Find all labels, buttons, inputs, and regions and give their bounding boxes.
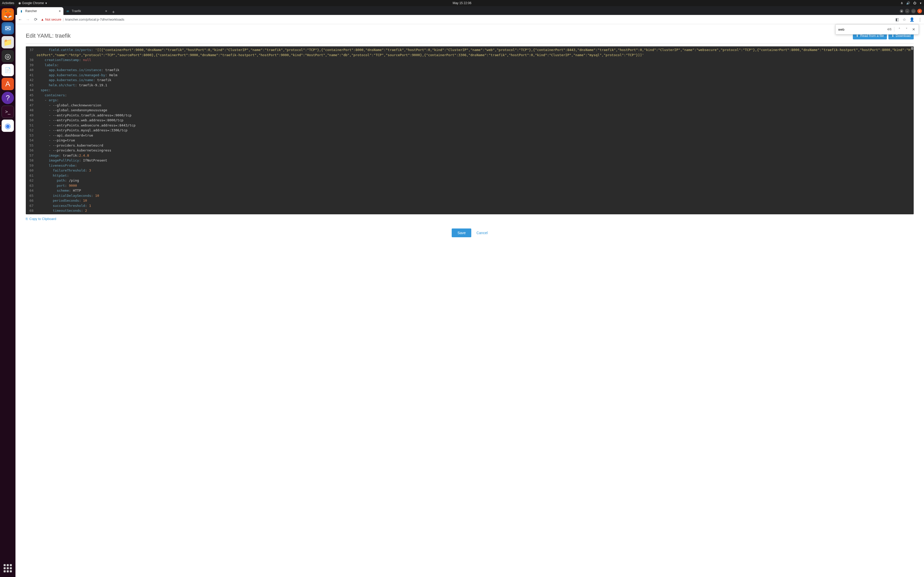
line-number: 40 — [28, 68, 37, 73]
code-line[interactable]: 48 - --global.sendanonymoususage — [28, 108, 911, 113]
code-line[interactable]: 62 path: /ping — [28, 178, 911, 183]
code-line[interactable]: 58 imagePullPolicy: IfNotPresent — [28, 158, 911, 163]
not-secure-badge[interactable]: ▲ Not secure — [41, 18, 61, 21]
back-button[interactable]: ← — [18, 17, 23, 22]
code-line[interactable]: 66 periodSeconds: 10 — [28, 198, 911, 203]
tab-traefik[interactable]: æ Traefik × — [63, 7, 110, 15]
cancel-button[interactable]: Cancel — [477, 231, 488, 235]
code-content: failureThreshold: 3 — [37, 168, 911, 173]
find-next-button[interactable]: ˅ — [904, 27, 909, 31]
code-line[interactable]: 49 - --entryPoints.traefik.address=:9000… — [28, 113, 911, 118]
line-number: 67 — [28, 203, 37, 208]
code-line[interactable]: 52 - --entryPoints.mysql.address=:3306/t… — [28, 128, 911, 133]
close-icon[interactable]: × — [105, 9, 107, 13]
dock-thunderbird[interactable]: ✉ — [2, 22, 14, 34]
menu-icon[interactable]: ⋮ — [918, 17, 922, 22]
code-line[interactable]: 46 - args: — [28, 98, 911, 103]
minimize-button[interactable]: – — [905, 9, 909, 13]
code-content: creationTimestamp: null — [37, 58, 911, 63]
dock-software[interactable]: A — [2, 78, 14, 90]
dock-files[interactable]: 📁 — [2, 36, 14, 48]
code-content: helm.sh/chart: traefik-9.19.1 — [37, 83, 911, 88]
code-line[interactable]: 61 httpGet: — [28, 173, 911, 178]
tab-rancher[interactable]: ▮ Rancher × — [17, 7, 63, 15]
find-close-button[interactable]: ✕ — [911, 27, 916, 31]
system-menubar: Activities ◉ Google Chrome ▼ May 15 22:0… — [0, 0, 924, 6]
dock-terminal[interactable]: >_ — [2, 106, 14, 118]
code-line[interactable]: 43 helm.sh/chart: traefik-9.19.1 — [28, 83, 911, 88]
editor-scrollbar[interactable] — [911, 47, 913, 50]
yaml-editor[interactable]: 37 field.cattle.io/ports: '[[{"container… — [26, 47, 914, 214]
code-content: initialDelaySeconds: 10 — [37, 193, 911, 198]
line-number: 56 — [28, 148, 37, 153]
code-line[interactable]: 44 spec: — [28, 88, 911, 93]
code-line[interactable]: 64 scheme: HTTP — [28, 188, 911, 193]
dock-writer[interactable]: 📄 — [2, 64, 14, 76]
code-content: - --entryPoints.websecure.address=:8443/… — [37, 123, 911, 128]
new-tab-button[interactable]: + — [110, 10, 117, 15]
clock[interactable]: May 15 22:06 — [453, 1, 472, 5]
code-content: - args: — [37, 98, 911, 103]
code-line[interactable]: 42 app.kubernetes.io/name: traefik — [28, 77, 911, 83]
line-number: 59 — [28, 163, 37, 168]
code-line[interactable]: 65 initialDelaySeconds: 10 — [28, 193, 911, 198]
code-line[interactable]: 40 app.kubernetes.io/instance: traefik — [28, 68, 911, 73]
chevron-down-icon: ▼ — [45, 2, 47, 5]
code-line[interactable]: 47 - --global.checknewversion — [28, 103, 911, 108]
code-content: path: /ping — [37, 178, 911, 183]
code-line[interactable]: 38 creationTimestamp: null — [28, 58, 911, 63]
extension-icon[interactable]: ◧ — [895, 17, 899, 22]
code-line[interactable]: 60 failureThreshold: 3 — [28, 168, 911, 173]
code-line[interactable]: 59 livenessProbe: — [28, 163, 911, 168]
dock-firefox[interactable]: 🦊 — [2, 8, 14, 21]
code-line[interactable]: 50 - --entryPoints.web.address=:8000/tcp — [28, 118, 911, 123]
copy-to-clipboard-link[interactable]: ⎘ Copy to Clipboard — [26, 217, 56, 221]
profile-icon[interactable]: 👤 — [909, 17, 914, 22]
close-icon[interactable]: × — [59, 9, 61, 13]
volume-icon[interactable]: 🔊 — [906, 1, 910, 5]
clipboard-icon: ⎘ — [26, 217, 28, 221]
reload-button[interactable]: ⟳ — [33, 17, 38, 22]
dock-help[interactable]: ? — [2, 92, 14, 104]
code-line[interactable]: 53 - --api.dashboard=true — [28, 133, 911, 138]
line-number: 49 — [28, 113, 37, 118]
code-content: labels: — [37, 63, 911, 68]
code-content: - --entryPoints.mysql.address=:3306/tcp — [37, 128, 911, 133]
url-input[interactable]: ▲ Not secure | krancher.com/p/local:p-7d… — [41, 18, 893, 21]
code-line[interactable]: 51 - --entryPoints.websecure.address=:84… — [28, 123, 911, 128]
maximize-button[interactable]: □ — [911, 9, 916, 13]
page-header: Edit YAML: traefik ⬆ Read from a file ⬇ … — [26, 32, 914, 39]
active-app-menu[interactable]: ◉ Google Chrome ▼ — [18, 1, 47, 5]
line-number: 46 — [28, 98, 37, 103]
code-line[interactable]: 55 - --providers.kubernetescrd — [28, 143, 911, 148]
code-line[interactable]: 37 field.cattle.io/ports: '[[{"container… — [28, 47, 911, 58]
code-line[interactable]: 39 labels: — [28, 63, 911, 68]
bookmark-icon[interactable]: ☆ — [903, 17, 906, 22]
code-content: - --global.checknewversion — [37, 103, 911, 108]
tab-strip: ▮ Rancher × æ Traefik × + ● – □ × — [16, 6, 924, 15]
dock-apps-grid[interactable] — [2, 562, 14, 574]
dock-chrome[interactable]: ◉ — [2, 119, 14, 132]
browser-window: ▮ Rancher × æ Traefik × + ● – □ × ← → ⟳ … — [16, 6, 924, 577]
code-line[interactable]: 54 - --ping=true — [28, 138, 911, 143]
code-line[interactable]: 63 port: 9000 — [28, 183, 911, 188]
code-line[interactable]: 57 image: traefik:2.4.8 — [28, 153, 911, 158]
line-number: 52 — [28, 128, 37, 133]
code-line[interactable]: 68 timeoutSeconds: 2 — [28, 208, 911, 213]
code-line[interactable]: 41 app.kubernetes.io/managed-by: Helm — [28, 73, 911, 78]
power-icon[interactable]: ⏻ — [913, 1, 916, 5]
find-input[interactable] — [838, 27, 885, 31]
chevron-down-icon[interactable]: ▼ — [919, 2, 922, 5]
code-line[interactable]: 67 successThreshold: 1 — [28, 203, 911, 208]
close-window-button[interactable]: × — [917, 9, 922, 13]
forward-button[interactable]: → — [25, 17, 31, 22]
network-icon[interactable]: ⋔ — [901, 1, 903, 5]
save-button[interactable]: Save — [452, 229, 471, 237]
activities-button[interactable]: Activities — [2, 1, 14, 5]
dock-rhythmbox[interactable]: ◎ — [2, 50, 14, 62]
code-content: port: 9000 — [37, 183, 911, 188]
find-prev-button[interactable]: ˄ — [897, 27, 901, 31]
line-number: 42 — [28, 77, 37, 83]
code-line[interactable]: 56 - --providers.kubernetesingress — [28, 148, 911, 153]
code-line[interactable]: 45 containers: — [28, 93, 911, 98]
